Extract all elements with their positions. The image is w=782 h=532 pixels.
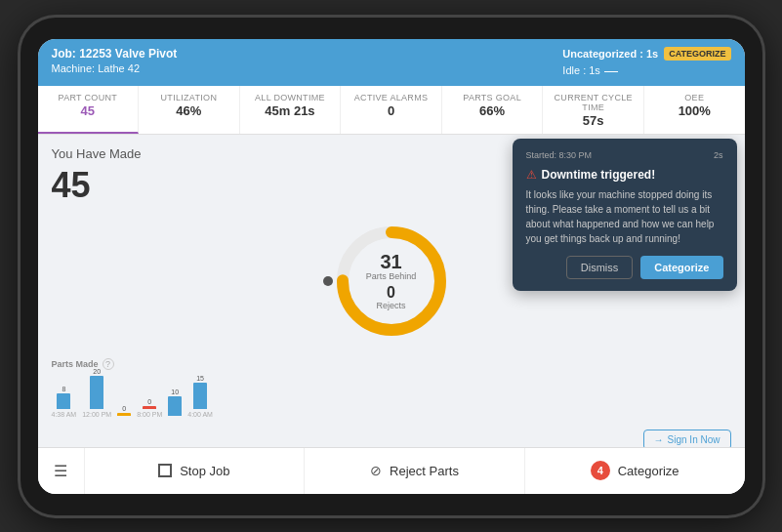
stats-bar: Part Count 45 Utilization 46% All Downti… — [38, 86, 745, 135]
sign-in-row: → Sign In Now — [38, 430, 745, 447]
bar-group-4: 10 — [168, 389, 182, 418]
bar-group-0: 8 4:38 AM — [52, 386, 77, 418]
bar-time-3: 8:00 PM — [137, 411, 162, 418]
small-chart-section: Parts Made ? 8 4:38 AM 20 — [52, 358, 731, 418]
stat-parts-goal[interactable]: Parts Goal 66% — [442, 86, 544, 134]
stat-label-0: Part Count — [46, 93, 131, 102]
popup-body: It looks like your machine stopped doing… — [526, 187, 723, 246]
stat-value-2: 45m 21s — [248, 103, 333, 118]
rejects-num: 0 — [366, 285, 417, 301]
bar-val-4: 10 — [171, 389, 179, 395]
stat-value-4: 66% — [450, 103, 535, 118]
parts-behind-label: Parts Behind — [366, 271, 417, 281]
bar-val-0: 8 — [62, 386, 65, 392]
stat-label-3: Active Alarms — [349, 93, 433, 102]
reject-parts-label: Reject Parts — [390, 464, 459, 478]
uncategorized-row: Uncategorized : 1s CATEGORIZE — [562, 47, 730, 61]
tablet-frame: Job: 12253 Valve Pivot Machine: Lathe 42… — [21, 18, 762, 515]
popup-started: Started: 8:30 PM — [526, 150, 593, 160]
categorize-button[interactable]: 4 Categorize — [525, 448, 745, 494]
reject-parts-button[interactable]: ⊘ Reject Parts — [305, 448, 525, 494]
stat-part-count[interactable]: Part Count 45 — [38, 86, 140, 134]
idle-text: Idle : 1s — [562, 64, 600, 76]
bar-group-5: 15 4:00 AM — [187, 375, 213, 418]
bar-group-2: 0 — [117, 405, 131, 418]
stat-all-downtime[interactable]: All Downtime 45m 21s — [240, 86, 342, 134]
idle-row: Idle : 1s — — [562, 62, 730, 78]
donut-center: 31 Parts Behind 0 Rejects — [366, 252, 417, 310]
stat-value-6: 100% — [652, 103, 737, 118]
stat-label-2: All Downtime — [248, 93, 333, 102]
sign-in-label: Sign In Now — [668, 434, 720, 445]
idle-dash-icon[interactable]: — — [604, 62, 618, 78]
bar-5 — [193, 383, 207, 409]
bar-chart: 8 4:38 AM 20 12:00 PM 0 — [52, 374, 731, 418]
header-right: Uncategorized : 1s CATEGORIZE Idle : 1s … — [562, 47, 730, 78]
stat-value-0: 45 — [46, 103, 131, 118]
categorize-badge[interactable]: CATEGORIZE — [664, 47, 730, 61]
tablet-screen: Job: 12253 Valve Pivot Machine: Lathe 42… — [38, 39, 745, 494]
bar-val-1: 20 — [93, 368, 101, 375]
bar-time-1: 12:00 PM — [82, 411, 111, 418]
warning-icon: ⚠ — [526, 168, 537, 182]
job-title: Job: 12253 Valve Pivot — [52, 47, 178, 61]
main-content: You Have Made 45 31 Parts — [38, 135, 745, 447]
bar-val-2: 0 — [122, 405, 126, 412]
stat-label-5: Current Cycle Time — [551, 93, 636, 112]
content-area: You Have Made 45 31 Parts — [38, 135, 745, 430]
categorize-count-badge: 4 — [591, 461, 610, 480]
bar-4 — [168, 396, 182, 416]
bar-val-3: 0 — [147, 398, 151, 405]
popup-header: Started: 8:30 PM 2s — [526, 150, 723, 160]
donut-indicator-dot — [323, 276, 333, 286]
stat-label-4: Parts Goal — [450, 93, 535, 102]
stat-label-6: OEE — [652, 93, 737, 102]
donut-chart: 31 Parts Behind 0 Rejects — [328, 218, 455, 345]
sign-in-icon: → — [654, 434, 664, 445]
rejects-label: Rejects — [366, 301, 417, 310]
bar-1 — [90, 376, 103, 409]
downtime-popup: Started: 8:30 PM 2s ⚠ Downtime triggered… — [513, 139, 737, 291]
dismiss-button[interactable]: Dismiss — [566, 256, 634, 279]
stop-job-icon — [158, 464, 172, 477]
header-left: Job: 12253 Valve Pivot Machine: Lathe 42 — [52, 47, 178, 74]
stat-label-1: Utilization — [146, 93, 231, 102]
stat-value-3: 0 — [349, 103, 433, 118]
machine-name: Machine: Lathe 42 — [52, 62, 178, 74]
bar-0 — [57, 393, 70, 409]
popup-title-row: ⚠ Downtime triggered! — [526, 168, 723, 182]
popup-seconds: 2s — [714, 150, 723, 160]
menu-button[interactable]: ☰ — [38, 448, 85, 494]
popup-title: Downtime triggered! — [542, 168, 656, 182]
popup-categorize-button[interactable]: Categorize — [640, 256, 722, 279]
bottom-toolbar: ☰ Stop Job ⊘ Reject Parts 4 Categorize — [38, 447, 745, 494]
stat-cycle-time[interactable]: Current Cycle Time 57s — [543, 86, 644, 134]
categorize-label: Categorize — [618, 464, 679, 478]
stat-active-alarms[interactable]: Active Alarms 0 — [341, 86, 442, 134]
stat-oee[interactable]: OEE 100% — [644, 86, 745, 134]
parts-behind-num: 31 — [366, 252, 417, 271]
bar-2 — [117, 413, 131, 416]
stat-value-5: 57s — [551, 113, 636, 128]
header-bar: Job: 12253 Valve Pivot Machine: Lathe 42… — [38, 39, 745, 86]
stop-job-button[interactable]: Stop Job — [85, 448, 306, 494]
chart-title-row: Parts Made ? — [52, 358, 731, 370]
uncategorized-text: Uncategorized : 1s — [562, 48, 658, 60]
bar-group-3: 0 8:00 PM — [137, 398, 162, 418]
bar-time-5: 4:00 AM — [187, 411, 213, 418]
popup-buttons: Dismiss Categorize — [526, 256, 723, 279]
hamburger-icon: ☰ — [54, 462, 67, 480]
bar-time-0: 4:38 AM — [52, 411, 77, 418]
bar-val-5: 15 — [196, 375, 204, 382]
stop-job-label: Stop Job — [180, 464, 229, 478]
reject-parts-icon: ⊘ — [370, 463, 382, 478]
sign-in-button[interactable]: → Sign In Now — [643, 430, 731, 447]
bar-3 — [143, 406, 156, 409]
bar-group-1: 20 12:00 PM — [82, 368, 111, 418]
stat-utilization[interactable]: Utilization 46% — [139, 86, 240, 134]
stat-value-1: 46% — [146, 103, 231, 118]
